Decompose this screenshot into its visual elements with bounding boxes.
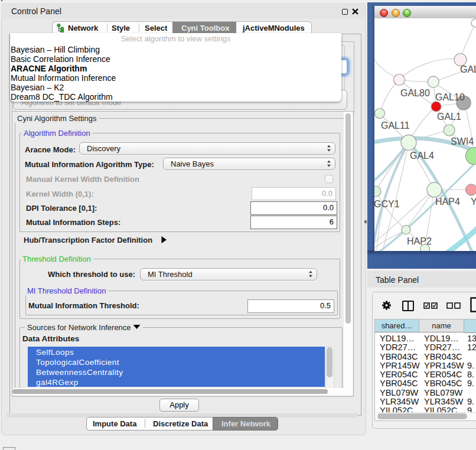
svg-text:HAP4: HAP4 (435, 197, 460, 207)
svg-text:HAP2: HAP2 (407, 236, 432, 246)
svg-text:SWI4: SWI4 (451, 136, 474, 146)
svg-text:GCY1: GCY1 (374, 199, 400, 209)
svg-text:GAL4: GAL4 (410, 151, 434, 161)
svg-text:GAL1: GAL1 (437, 112, 461, 122)
svg-text:GAL10: GAL10 (435, 92, 465, 102)
svg-text:GAL80: GAL80 (400, 88, 430, 98)
svg-text:GAL11: GAL11 (381, 120, 410, 131)
svg-text:GAL: GAL (460, 64, 476, 74)
svg-text:Y: Y (471, 197, 476, 207)
